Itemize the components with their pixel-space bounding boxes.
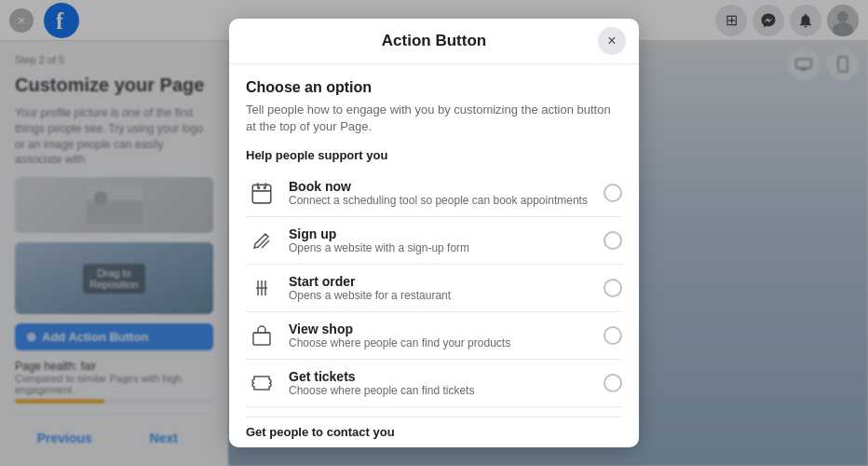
choose-desc: Tell people how to engage with you by cu…	[246, 102, 622, 135]
start-order-text: Start order Opens a website for a restau…	[289, 274, 592, 302]
start-order-desc: Opens a website for a restaurant	[289, 289, 592, 302]
get-tickets-name: Get tickets	[289, 369, 592, 384]
sign-up-icon	[246, 225, 278, 256]
book-now-desc: Connect a scheduling tool so people can …	[289, 194, 592, 207]
section-divider	[246, 417, 622, 418]
get-tickets-desc: Choose where people can find tickets	[289, 384, 592, 397]
sign-up-text: Sign up Opens a website with a sign-up f…	[289, 226, 592, 254]
modal-close-button[interactable]: ×	[598, 27, 626, 55]
sign-up-name: Sign up	[289, 226, 592, 241]
option-sign-up[interactable]: Sign up Opens a website with a sign-up f…	[246, 217, 622, 265]
view-shop-icon	[246, 320, 278, 351]
close-icon: ×	[607, 33, 616, 49]
option-send-message[interactable]: Send message Starts chat on Facebook Mes…	[246, 446, 622, 447]
svg-rect-13	[252, 185, 271, 204]
option-start-order[interactable]: Start order Opens a website for a restau…	[246, 265, 622, 312]
modal-header: Action Button ×	[229, 19, 639, 64]
modal-body[interactable]: Choose an option Tell people how to enga…	[229, 64, 639, 447]
modal-title: Action Button	[382, 32, 486, 50]
view-shop-text: View shop Choose where people can find y…	[289, 322, 592, 350]
section2-label: Get people to contact you	[246, 425, 622, 439]
get-tickets-text: Get tickets Choose where people can find…	[289, 369, 592, 397]
get-tickets-icon	[246, 367, 278, 399]
svg-rect-24	[253, 333, 270, 345]
option-book-now[interactable]: Book now Connect a scheduling tool so pe…	[246, 170, 622, 217]
section1-label: Help people support you	[246, 148, 622, 162]
view-shop-desc: Choose where people can find your produc…	[289, 336, 592, 350]
view-shop-radio[interactable]	[604, 326, 622, 345]
option-get-tickets[interactable]: Get tickets Choose where people can find…	[246, 360, 622, 407]
start-order-name: Start order	[289, 274, 592, 289]
modal-overlay: Action Button × Choose an option Tell pe…	[0, 0, 868, 466]
option-view-shop[interactable]: View shop Choose where people can find y…	[246, 312, 622, 360]
svg-point-18	[264, 186, 266, 189]
book-now-text: Book now Connect a scheduling tool so pe…	[289, 179, 592, 207]
svg-point-17	[257, 186, 260, 189]
book-now-name: Book now	[289, 179, 592, 194]
book-now-icon	[246, 177, 278, 209]
start-order-radio[interactable]	[604, 279, 622, 297]
get-tickets-radio[interactable]	[604, 374, 622, 392]
start-order-icon	[246, 272, 278, 304]
choose-title: Choose an option	[246, 79, 622, 96]
sign-up-radio[interactable]	[604, 231, 622, 250]
modal: Action Button × Choose an option Tell pe…	[229, 19, 639, 447]
book-now-radio[interactable]	[604, 184, 622, 202]
sign-up-desc: Opens a website with a sign-up form	[289, 241, 592, 254]
view-shop-name: View shop	[289, 322, 592, 336]
